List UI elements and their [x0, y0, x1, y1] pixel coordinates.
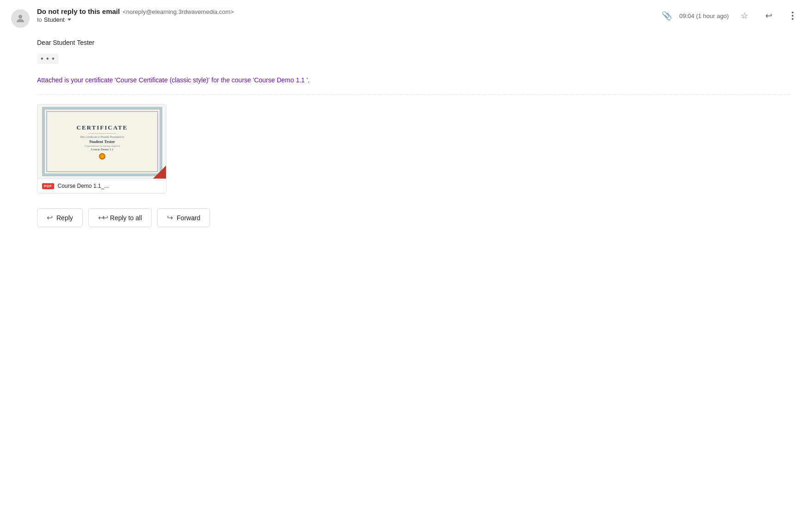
reply-all-icon: ↩↩: [98, 213, 106, 222]
divider: [37, 94, 790, 95]
reply-all-button[interactable]: ↩↩ Reply to all: [88, 208, 152, 227]
sender-info: Do not reply to this email <noreply@elea…: [37, 7, 234, 23]
attachment-filename: Course Demo 1.1_...: [58, 183, 109, 189]
attachment-preview: CERTIFICATE This Certificate is Proudly …: [37, 105, 166, 179]
more-button[interactable]: [784, 7, 801, 24]
star-icon: ☆: [741, 11, 748, 21]
more-vertical-icon: [788, 11, 797, 20]
ellipsis-icon: • • •: [41, 55, 55, 63]
email-timestamp: 09:04 (1 hour ago): [679, 12, 729, 19]
forward-icon: ↪: [167, 213, 173, 222]
header-right: 📎 09:04 (1 hour ago) ☆ ↩: [662, 7, 801, 24]
reply-icon: ↩: [47, 213, 53, 222]
avatar: [11, 9, 30, 28]
certificate-text: Attached is your certificate 'Course Cer…: [37, 75, 338, 85]
forward-label: Forward: [177, 214, 200, 222]
email-body: Dear Student Tester • • • Attached is yo…: [37, 31, 801, 227]
recipient-row: to Student: [37, 16, 234, 23]
forward-button[interactable]: ↪ Forward: [157, 208, 210, 227]
reply-button[interactable]: ↩ Reply: [37, 208, 83, 227]
ellipsis-button[interactable]: • • •: [37, 54, 59, 64]
sender-name-row: Do not reply to this email <noreply@elea…: [37, 7, 234, 15]
attachment-card[interactable]: CERTIFICATE This Certificate is Proudly …: [37, 104, 166, 193]
recipient-dropdown-icon[interactable]: [68, 19, 71, 21]
corner-fold-decoration: [153, 165, 166, 179]
recipient-prefix: to: [37, 16, 42, 23]
sender-email: <noreply@elearning.3rdwavemedia.com>: [123, 8, 234, 15]
pdf-badge: PDF: [42, 183, 54, 189]
attachment-section: CERTIFICATE This Certificate is Proudly …: [37, 104, 801, 193]
reply-label: Reply: [56, 214, 73, 222]
reply-header-button[interactable]: ↩: [760, 7, 777, 24]
attachment-icon: 📎: [662, 11, 672, 21]
email-container: Do not reply to this email <noreply@elea…: [0, 0, 812, 246]
person-icon: [15, 13, 26, 24]
certificate-preview: CERTIFICATE This Certificate is Proudly …: [42, 107, 162, 176]
email-header: Do not reply to this email <noreply@elea…: [11, 7, 801, 31]
sender-section: Do not reply to this email <noreply@elea…: [11, 7, 234, 28]
action-buttons: ↩ Reply ↩↩ Reply to all ↪ Forward: [37, 208, 801, 227]
reply-header-icon: ↩: [765, 11, 772, 21]
attachment-footer: PDF Course Demo 1.1_...: [37, 179, 166, 193]
recipient-name: Student: [44, 16, 65, 23]
svg-point-0: [18, 15, 22, 19]
star-button[interactable]: ☆: [736, 7, 753, 24]
sender-name: Do not reply to this email: [37, 7, 120, 15]
email-greeting: Dear Student Tester: [37, 39, 801, 46]
cert-border: [46, 111, 158, 172]
reply-all-label: Reply to all: [110, 214, 142, 222]
